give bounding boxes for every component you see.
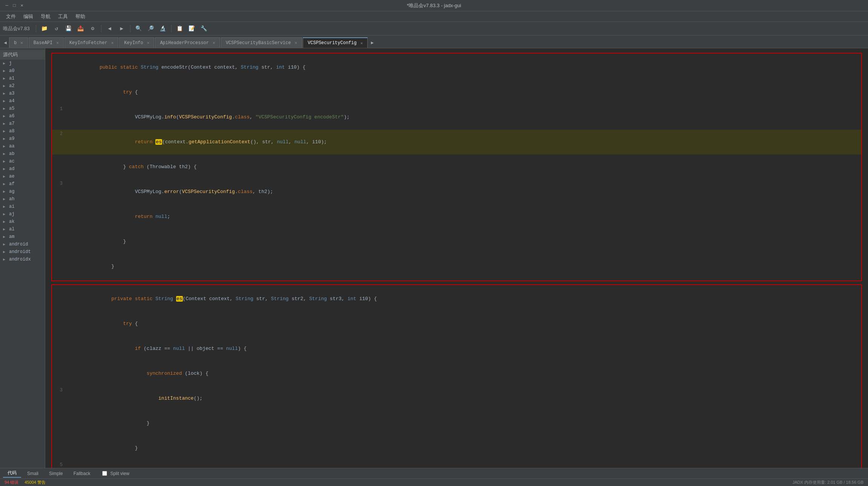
expand-icon: ▶	[3, 227, 8, 232]
code-editor[interactable]: public static String encodeStr(Context c…	[45, 48, 868, 468]
bottom-tab-simple[interactable]: Simple	[44, 470, 67, 477]
tab-b-close[interactable]: ✕	[20, 40, 23, 45]
sidebar-item-a9[interactable]: ▶ a9	[0, 135, 45, 143]
menu-edit[interactable]: 编辑	[20, 12, 36, 21]
sidebar-label: ab	[9, 151, 14, 156]
code-line-3: 3 VCSPMyLog.error(VCSPSecurityConfig.cla…	[52, 179, 861, 204]
code-line-1: 1 VCSPMyLog.info(VCSPSecurityConfig.clas…	[52, 105, 861, 130]
expand-icon: ▶	[3, 257, 8, 262]
expand-icon: ▶	[3, 167, 8, 171]
tab-keyinfo[interactable]: KeyInfo ✕	[119, 37, 154, 48]
toolbar-save[interactable]: 💾	[63, 23, 74, 34]
sidebar-item-androidt[interactable]: ▶ androidt	[0, 248, 45, 256]
menu-tools[interactable]: 工具	[55, 12, 71, 21]
expand-icon: ▶	[3, 204, 8, 209]
sidebar-label: ah	[9, 196, 14, 202]
sidebar-label: a8	[9, 129, 14, 134]
sidebar-item-ae[interactable]: ▶ ae	[0, 173, 45, 180]
bottom-tab-code[interactable]: 代码	[3, 469, 21, 478]
code-line-2: 2 return es(context.getApplicationContex…	[52, 130, 861, 155]
toolbar-search[interactable]: 🔍	[133, 23, 144, 34]
sidebar-item-androidx[interactable]: ▶ androidx	[0, 256, 45, 263]
sidebar-item-android[interactable]: ▶ android	[0, 241, 45, 248]
tab-vcspsecurityconfig-close[interactable]: ✕	[360, 41, 363, 46]
tab-vcspsecuritybasicservice-close[interactable]: ✕	[294, 40, 297, 45]
expand-icon: ▶	[3, 61, 8, 66]
sidebar-label: al	[9, 227, 14, 232]
sidebar-item-am[interactable]: ▶ am	[0, 233, 45, 241]
sidebar-item-ak[interactable]: ▶ ak	[0, 218, 45, 225]
sidebar-item-aj[interactable]: ▶ aj	[0, 210, 45, 218]
code-line-3b: 3 initInstance();	[52, 386, 861, 411]
sidebar-item-a0[interactable]: ▶ a0	[0, 67, 45, 75]
code-line-5: 5 if (esMethod == null) { // 又是反射，找类的es方…	[52, 461, 861, 468]
toolbar-search2[interactable]: 🔎	[146, 23, 156, 34]
code-line: }	[52, 254, 861, 279]
toolbar-search3[interactable]: 🔬	[158, 23, 168, 34]
bottom-tab-smali[interactable]: Smali	[23, 470, 43, 477]
sidebar-item-ag[interactable]: ▶ ag	[0, 188, 45, 195]
toolbar-decompile[interactable]: 📋	[175, 23, 185, 34]
tab-apiheaderprocessor-close[interactable]: ✕	[213, 40, 215, 45]
toolbar-forward[interactable]: ▶	[117, 23, 127, 34]
sidebar-label: a1	[9, 76, 14, 81]
tab-nav-right[interactable]: ▶	[368, 37, 376, 48]
tab-keyinfo-close[interactable]: ✕	[147, 40, 150, 45]
menu-file[interactable]: 文件	[3, 12, 19, 21]
tab-apiheaderprocessor[interactable]: ApiHeaderProcessor ✕	[155, 37, 220, 48]
expand-icon: ▶	[3, 242, 8, 247]
sidebar-item-a6[interactable]: ▶ a6	[0, 112, 45, 120]
expand-icon: ▶	[3, 159, 8, 164]
sidebar-item-ac[interactable]: ▶ ac	[0, 158, 45, 165]
tab-baseapi[interactable]: BaseAPI ✕	[29, 37, 64, 48]
expand-icon: ▶	[3, 235, 8, 239]
sidebar-item-a7[interactable]: ▶ a7	[0, 120, 45, 127]
sidebar-label: ad	[9, 166, 14, 172]
tab-keyinfofetcher-close[interactable]: ✕	[111, 40, 114, 45]
sidebar-item-a1[interactable]: ▶ a1	[0, 75, 45, 82]
minimize-button[interactable]: ─	[4, 3, 10, 9]
toolbar-back[interactable]: ◀	[104, 23, 115, 34]
expand-icon: ▶	[3, 144, 8, 149]
tab-baseapi-close[interactable]: ✕	[56, 40, 59, 45]
toolbar-separator-2	[101, 25, 101, 32]
toolbar-deobfuscate[interactable]: 🔧	[199, 23, 209, 34]
tab-b[interactable]: b ✕	[9, 37, 28, 48]
sidebar-item-ad[interactable]: ▶ ad	[0, 165, 45, 173]
expand-icon: ▶	[3, 219, 8, 224]
sidebar-item-a5[interactable]: ▶ a5	[0, 105, 45, 112]
restore-button[interactable]: □	[11, 3, 17, 9]
sidebar-item-j[interactable]: ▶ j	[0, 60, 45, 67]
window-title: *唯品会v7.83.3 - jadx-gui	[34, 2, 834, 9]
toolbar-export[interactable]: 📤	[75, 23, 86, 34]
tab-vcspsecuritybasicservice[interactable]: VCSPSecurityBasicService ✕	[221, 37, 302, 48]
expand-icon: ▶	[3, 99, 8, 103]
bottom-tab-fallback[interactable]: Fallback	[69, 470, 95, 477]
toolbar-log[interactable]: 📝	[187, 23, 197, 34]
sidebar-item-ab[interactable]: ▶ ab	[0, 150, 45, 158]
sidebar-item-af[interactable]: ▶ af	[0, 180, 45, 188]
sidebar-item-a8[interactable]: ▶ a8	[0, 127, 45, 135]
bottom-tab-bar: 代码 Smali Simple Fallback Split view	[0, 468, 868, 478]
sidebar-item-al[interactable]: ▶ al	[0, 225, 45, 233]
tab-keyinfofetcher[interactable]: KeyInfoFetcher ✕	[64, 37, 118, 48]
close-button[interactable]: ✕	[19, 3, 25, 9]
sidebar-item-a3[interactable]: ▶ a3	[0, 90, 45, 97]
toolbar-open[interactable]: 📁	[39, 23, 50, 34]
split-view-checkbox[interactable]	[102, 471, 107, 476]
sidebar-item-a4[interactable]: ▶ a4	[0, 97, 45, 105]
sidebar-item-ah[interactable]: ▶ ah	[0, 195, 45, 203]
sidebar-item-a2[interactable]: ▶ a2	[0, 82, 45, 90]
sidebar-item-ai[interactable]: ▶ ai	[0, 203, 45, 210]
tab-vcspsecurityconfig[interactable]: VCSPSecurityConfig ✕	[303, 37, 368, 48]
sidebar-label: a4	[9, 98, 14, 104]
toolbar-reload[interactable]: ↺	[51, 23, 62, 34]
sidebar-item-aa[interactable]: ▶ aa	[0, 143, 45, 150]
sidebar-label: ae	[9, 174, 14, 179]
menu-navigate[interactable]: 导航	[38, 12, 54, 21]
tab-nav-left[interactable]: ◀	[2, 37, 9, 48]
menu-help[interactable]: 帮助	[72, 12, 88, 21]
toolbar-prefs[interactable]: ⚙	[87, 23, 98, 34]
sidebar-label: am	[9, 234, 14, 239]
sidebar-label: aa	[9, 144, 14, 149]
